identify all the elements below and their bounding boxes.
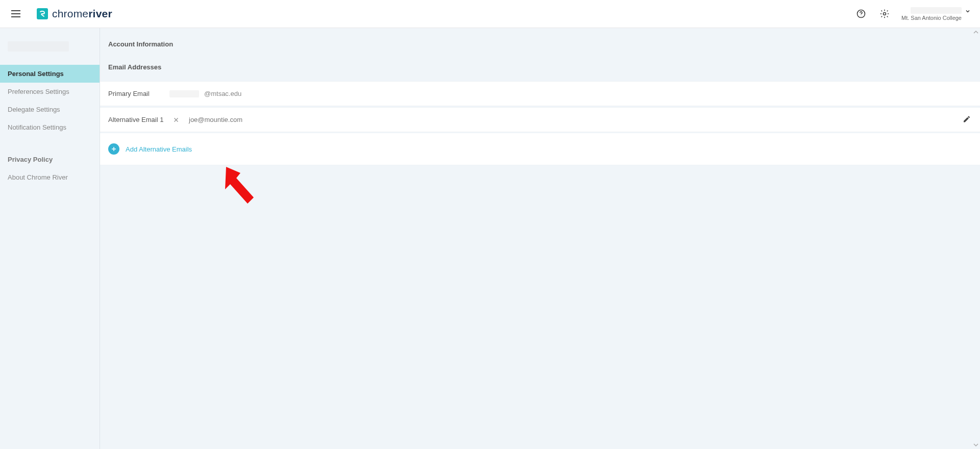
- primary-email-row: Primary Email @mtsac.edu: [100, 81, 980, 106]
- brand-mark-icon: [37, 8, 48, 19]
- header-right: Mt. San Antonio College: [854, 7, 971, 21]
- svg-point-2: [883, 13, 886, 15]
- email-heading: Email Addresses: [100, 56, 980, 81]
- help-icon[interactable]: [854, 7, 868, 20]
- primary-email-value: @mtsac.edu: [169, 90, 241, 97]
- content-area: Account Information Email Addresses Prim…: [100, 28, 980, 449]
- add-alternative-emails-label: Add Alternative Emails: [126, 145, 192, 153]
- remove-alt-email-icon[interactable]: [173, 116, 180, 123]
- sidebar-privacy-heading: Privacy Policy: [0, 151, 100, 168]
- primary-email-label: Primary Email: [108, 90, 169, 97]
- sidebar-item-delegate-settings[interactable]: Delegate Settings: [0, 101, 100, 118]
- primary-email-domain: @mtsac.edu: [204, 90, 241, 97]
- alternative-email-label: Alternative Email 1: [108, 116, 169, 123]
- user-org: Mt. San Antonio College: [901, 15, 962, 21]
- primary-email-redacted: [169, 90, 199, 97]
- scroll-down-icon: [973, 442, 978, 447]
- sidebar-item-label: Preferences Settings: [8, 88, 69, 95]
- settings-icon[interactable]: [878, 7, 891, 20]
- sidebar: Personal Settings Preferences Settings D…: [0, 28, 100, 449]
- brand-suffix: river: [88, 8, 112, 19]
- annotation-arrow: [221, 162, 262, 213]
- scroll-up-icon: [973, 30, 978, 35]
- plus-icon: [108, 143, 119, 155]
- alternative-email-row: Alternative Email 1 joe@mountie.com: [100, 107, 980, 132]
- sidebar-item-label: Personal Settings: [8, 70, 64, 78]
- user-menu[interactable]: Mt. San Antonio College: [901, 7, 971, 21]
- brand-text: chromeriver: [52, 8, 112, 20]
- sidebar-item-label: Notification Settings: [8, 123, 66, 131]
- main-layout: Personal Settings Preferences Settings D…: [0, 28, 980, 449]
- alternative-email-text: joe@mountie.com: [189, 116, 242, 123]
- menu-icon[interactable]: [11, 8, 22, 19]
- header-left: chromeriver: [11, 8, 112, 20]
- brand-logo[interactable]: chromeriver: [37, 8, 112, 20]
- sidebar-user-redacted: [8, 41, 69, 52]
- sidebar-item-preferences-settings[interactable]: Preferences Settings: [0, 83, 100, 101]
- section-title: Account Information: [100, 28, 980, 56]
- add-alternative-emails[interactable]: Add Alternative Emails: [100, 133, 980, 165]
- sidebar-item-label: About Chrome River: [8, 173, 68, 181]
- sidebar-item-notification-settings[interactable]: Notification Settings: [0, 118, 100, 136]
- brand-prefix: chrome: [52, 8, 88, 19]
- chevron-down-icon: [965, 8, 971, 14]
- user-name-redacted: [911, 7, 962, 14]
- svg-point-1: [861, 16, 861, 16]
- svg-marker-3: [225, 167, 254, 204]
- sidebar-item-personal-settings[interactable]: Personal Settings: [0, 65, 100, 83]
- edit-alt-email-icon[interactable]: [963, 115, 971, 124]
- sidebar-item-label: Delegate Settings: [8, 106, 60, 113]
- alternative-email-value: joe@mountie.com: [169, 116, 242, 123]
- sidebar-item-about[interactable]: About Chrome River: [0, 168, 100, 186]
- top-header: chromeriver Mt. San Antonio College: [0, 0, 980, 28]
- sidebar-user: [0, 28, 100, 65]
